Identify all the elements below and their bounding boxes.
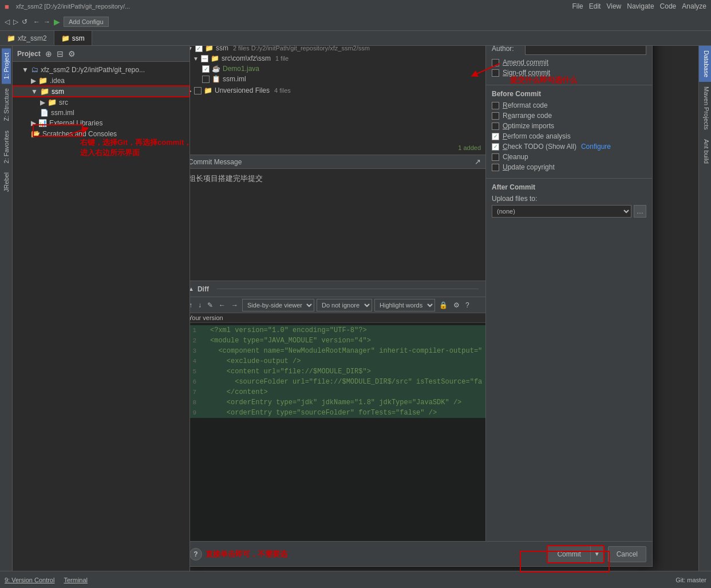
add-config-button[interactable]: Add Configu [64,17,109,27]
copyright-label: Update copyright [503,163,555,171]
diff-line-2: 2 <module type="JAVA_MODULE" version="4"… [184,336,485,346]
toolbar-icon-4[interactable]: ← [33,18,40,26]
configure-link[interactable]: Configure [581,143,611,151]
diff-lock-icon[interactable]: 🔒 [437,301,449,310]
copyright-row[interactable]: Update copyright [492,163,646,171]
diff-edit-btn[interactable]: ✎ [206,301,215,310]
unver-checkbox[interactable] [194,87,202,94]
diff-line-content-4: <exclude-output /> [208,356,485,366]
src-checkbox[interactable]: ─ [201,55,208,62]
tab-xfz-ssm2[interactable]: 📁 xfz_ssm2 [0,31,54,45]
toolbar-run-icon[interactable]: ▶ [54,17,60,26]
optimize-label: Optimize imports [503,122,554,130]
project-header: Project ⊕ ⊟ ⚙ [13,46,189,62]
help-button[interactable]: ? [189,548,202,561]
diff-highlight-select[interactable]: Highlight words [374,299,435,311]
diff-help-icon[interactable]: ? [464,301,471,310]
diff-next-btn[interactable]: ↓ [196,301,203,310]
toolbar-icon-1[interactable]: ◁ [5,18,10,26]
sidebar-favorites[interactable]: 2: Favorites [2,126,11,168]
tab-bar: 📁 xfz_ssm2 📁 ssm [0,31,711,46]
sidebar-jrebel[interactable]: JRebel [2,168,11,196]
upload-label-row: Upload files to: [492,195,646,203]
perform-row[interactable]: ✓ Perform code analysis [492,132,646,140]
tree-item-label: xfz_ssm2 D:/y2/initPath/git_repo... [41,66,145,74]
diff-ignore-select[interactable]: Do not ignore [317,299,372,311]
dialog-left-panel: ✦ ↺ ↻ ⊞ ≡ ≣ Changelist: Default Changeli… [184,23,486,541]
commit-button[interactable]: Commit [548,546,590,562]
tree-item-idea[interactable]: ▶ 📁 .idea [13,75,189,86]
commit-arrow-button[interactable]: ▼ [590,546,603,562]
commit-message-input[interactable] [184,169,485,281]
tab-ssm[interactable]: 📁 ssm [54,31,92,45]
before-commit-heading: Before Commit [492,90,646,98]
sidebar-structure[interactable]: Z: Structure [2,84,11,125]
optimize-checkbox[interactable] [492,123,499,130]
dialog-footer: ? 直接单击即可，不需要选 Commit ▼ Cancel [184,541,652,566]
toolbar-icon-3[interactable]: ↺ [22,18,27,26]
ft-demo1[interactable]: ✓ ☕ Demo1.java [184,64,485,74]
diff-settings-icon[interactable]: ⚙ [452,301,461,310]
folder-icon-src: 📁 [48,98,57,106]
demo1-checkbox[interactable]: ✓ [202,65,210,73]
tree-item-ssm[interactable]: ▼ 📁 ssm [13,86,189,97]
cancel-button[interactable]: Cancel [608,546,646,562]
folder-icon-ssm: 📁 [40,87,49,96]
menu-view[interactable]: View [606,2,621,10]
right-panel-maven[interactable]: Maven Projects [699,82,711,135]
git-amend-row[interactable]: Amend commit [492,58,646,66]
toolbar-icon-2[interactable]: ▷ [13,18,18,26]
project-header-icon-collapse[interactable]: ⊟ [57,49,64,58]
diff-content[interactable]: 1 <?xml version="1.0" encoding="UTF-8"?>… [184,323,485,541]
check-todo-checkbox[interactable]: ✓ [492,143,499,151]
upload-more-btn[interactable]: … [634,205,646,218]
check-todo-row[interactable]: ✓ Check TODO (Show All) Configure [492,143,646,151]
ssm-iml-checkbox[interactable] [202,76,210,83]
rearrange-checkbox[interactable] [492,112,499,120]
project-header-icon-settings[interactable]: ⚙ [68,49,76,58]
diff-version-label: Your version [184,313,485,323]
optimize-row[interactable]: Optimize imports [492,122,646,130]
version-control-tab[interactable]: 9: Version Control [5,577,54,583]
tree-item-ext-lib[interactable]: ▶ 📊 External Libraries [13,118,189,128]
tree-item-xfz-ssm2[interactable]: ▼ 🗂 xfz_ssm2 D:/y2/initPath/git_repo... [13,64,189,75]
copyright-checkbox[interactable] [492,164,499,171]
diff-left-btn[interactable]: ← [217,301,227,310]
diff-header-label: Diff [198,285,209,293]
diff-right-btn[interactable]: → [230,301,240,310]
perform-checkbox[interactable]: ✓ [492,133,499,140]
commit-msg-header: Commit Message ↗ [184,155,485,169]
left-sidebar: 1: Project Z: Structure 2: Favorites JRe… [0,46,13,571]
tree-item-scratches[interactable]: 📂 Scratches and Consoles [13,128,189,139]
ft-src-folder[interactable]: ▼ ─ 📁 src\com\xfz\ssm 1 file [184,53,485,64]
ft-ssm-iml-label: ssm.iml [223,75,246,83]
tree-item-src[interactable]: ▶ 📁 src [13,97,189,108]
sidebar-project[interactable]: 1: Project [2,48,11,84]
diff-line-9: 9 <orderEntry type="sourceFolder" forTes… [184,408,485,418]
ft-unver-count: 4 files [274,87,291,94]
menu-file[interactable]: File [572,2,583,10]
menu-analyze[interactable]: Analyze [682,2,706,10]
menu-code[interactable]: Code [660,2,677,10]
ft-ssm-iml[interactable]: 📋 ssm.iml [184,74,485,84]
project-header-icon-add[interactable]: ⊕ [45,49,52,58]
cleanup-row[interactable]: Cleanup [492,153,646,161]
diff-viewer-select[interactable]: Side-by-side viewer [242,299,314,311]
right-panel-ant[interactable]: Ant build [699,135,711,168]
rearrange-row[interactable]: Rearrange code [492,112,646,120]
reformat-checkbox[interactable] [492,102,499,109]
main-toolbar: ◁ ▷ ↺ ← → ▶ Add Configu [0,13,711,31]
tree-item-label-ssm: ssm [52,88,64,96]
toolbar-icon-5[interactable]: → [44,18,50,26]
reformat-row[interactable]: Reformat code [492,101,646,109]
scratches-icon: 📂 [31,129,40,138]
right-panel-database[interactable]: Database [699,46,711,82]
menu-navigate[interactable]: Navigate [627,2,654,10]
terminal-tab[interactable]: Terminal [64,577,88,583]
menu-edit[interactable]: Edit [589,2,601,10]
tree-item-ssm-iml[interactable]: 📄 ssm.iml [13,108,189,118]
cleanup-checkbox[interactable] [492,153,499,161]
commit-msg-icon[interactable]: ↗ [475,157,481,166]
ft-unversioned[interactable]: ▶ 📁 Unversioned Files 4 files [184,85,485,96]
upload-select[interactable]: (none) [492,205,631,218]
